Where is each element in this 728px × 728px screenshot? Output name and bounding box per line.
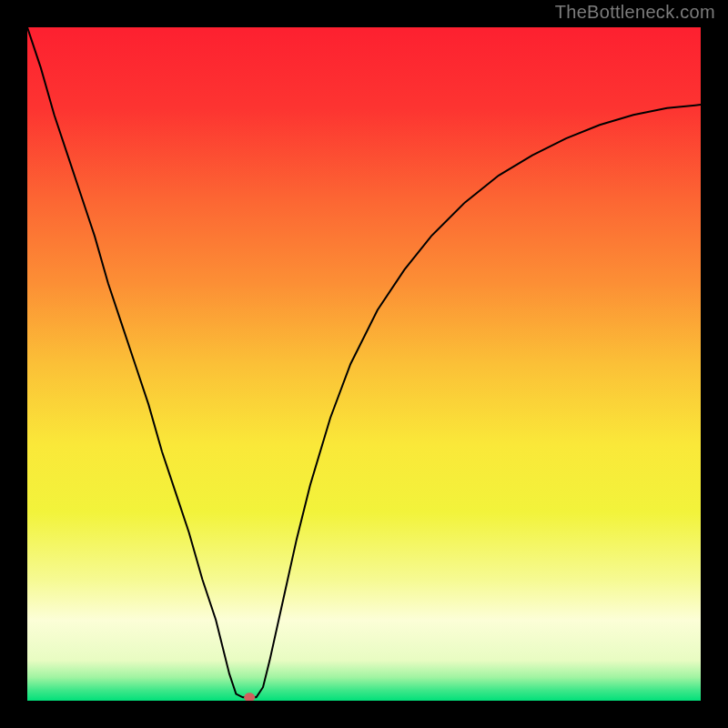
gradient-rect <box>27 27 701 701</box>
chart-frame: TheBottleneck.com <box>0 0 728 728</box>
chart-svg <box>27 27 701 701</box>
plot-area <box>27 27 701 701</box>
watermark-text: TheBottleneck.com <box>555 2 715 23</box>
